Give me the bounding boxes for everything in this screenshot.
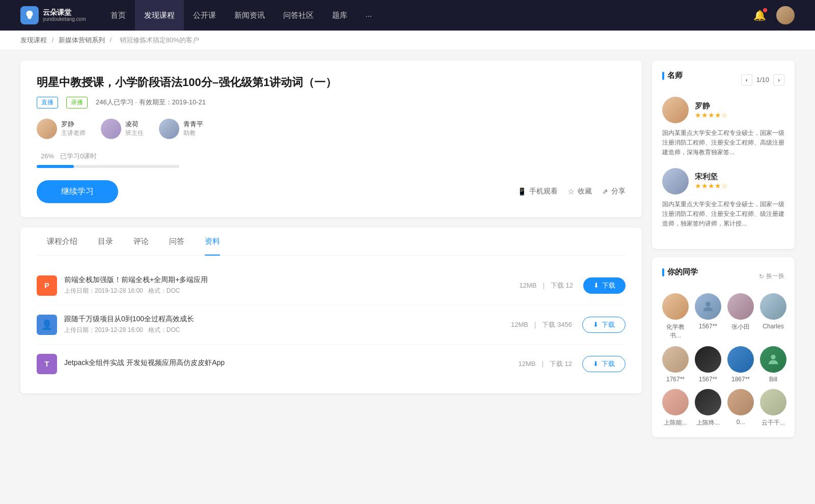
- classmate-8: Bill: [760, 346, 786, 383]
- continue-button[interactable]: 继续学习: [37, 180, 118, 203]
- file-info-1: 前端全栈加强版！前端全栈+全周期+多端应用 上传日期：2019-12-28 16…: [64, 275, 520, 295]
- nav-item-news[interactable]: 新闻资讯: [225, 0, 274, 31]
- classmate-avatar-7: [727, 346, 754, 373]
- file-icon-2: 👤: [37, 315, 57, 335]
- action-links: 📱 手机观看 ☆ 收藏 ⇗ 分享: [518, 187, 626, 196]
- classmate-11: 0...: [727, 389, 754, 427]
- teachers-row: 罗静 主讲老师 凌荷 班主任 青青平 助教: [37, 119, 626, 139]
- teacher-card-2: 宋利坚 ★★★★☆ 国内某重点大学安全工程专业硕士，国家一级注册消防工程师、注册…: [662, 168, 784, 229]
- tab-review[interactable]: 评论: [123, 228, 159, 256]
- teachers-sidebar-card: 名师 ‹ 1/10 › 罗静 ★★★★☆ 国内某重点大学安全工程专业硕士，国: [652, 61, 795, 249]
- breadcrumb-current: 销冠修炼术搞定80%的客户: [120, 36, 199, 44]
- download-button-1[interactable]: ⬇ 下载: [583, 277, 626, 294]
- teacher-item-3: 青青平 助教: [159, 119, 203, 139]
- progress-section: 26% 已学习0课时: [37, 151, 626, 168]
- breadcrumb-discover[interactable]: 发现课程: [20, 36, 47, 44]
- tab-catalog[interactable]: 目录: [88, 228, 123, 256]
- classmate-name-7: 1867**: [731, 376, 750, 383]
- course-meta-text: 246人已学习 · 有效期至：2019-10-21: [96, 98, 206, 107]
- sidebar-area: 名师 ‹ 1/10 › 罗静 ★★★★☆ 国内某重点大学安全工程专业硕士，国: [652, 61, 795, 445]
- classmate-avatar-10: [695, 389, 721, 415]
- download-button-3[interactable]: ⬇ 下载: [582, 356, 626, 372]
- course-title: 明星中教授课，小学阶段语法100分–强化级第1讲动词（一）: [37, 75, 626, 91]
- download-icon-2: ⬇: [593, 321, 599, 328]
- user-avatar[interactable]: [776, 6, 795, 24]
- collect-link[interactable]: ☆ 收藏: [568, 187, 592, 196]
- course-meta: 直播 录播 246人已学习 · 有效期至：2019-10-21: [37, 97, 626, 108]
- nav-item-qa[interactable]: 问答社区: [274, 0, 323, 31]
- classmate-avatar-12: [760, 389, 786, 415]
- content-area: 明星中教授课，小学阶段语法100分–强化级第1讲动词（一） 直播 录播 246人…: [20, 61, 642, 445]
- refresh-classmates-btn[interactable]: ↻ 换一换: [759, 272, 784, 281]
- classmate-avatar-1: [662, 293, 689, 320]
- badge-record: 录播: [66, 97, 88, 108]
- classmate-avatar-8: [760, 346, 786, 373]
- teacher-role-3: 助教: [183, 129, 203, 137]
- file-name-2: 跟随千万级项目从0到100全过程高效成长: [64, 315, 511, 324]
- teacher-role-2: 班主任: [125, 129, 144, 137]
- classmate-avatar-5: [662, 346, 689, 373]
- classmate-name-1: 化学教书...: [662, 323, 689, 340]
- classmate-name-5: 1767**: [666, 376, 685, 383]
- file-name-1: 前端全栈加强版！前端全栈+全周期+多端应用: [64, 275, 520, 285]
- classmate-7: 1867**: [727, 346, 754, 383]
- star-icon: ☆: [568, 187, 575, 195]
- classmate-name-2: 1567**: [699, 323, 717, 330]
- teacher-card-avatar-1: [662, 97, 689, 123]
- svg-rect-0: [28, 18, 31, 19]
- tabs-header: 课程介绍 目录 评论 问答 资料: [37, 228, 626, 256]
- nav-item-more[interactable]: ···: [357, 0, 382, 31]
- file-info-3: Jetpack全组件实战 开发短视频应用高仿皮皮虾App: [64, 358, 519, 370]
- logo[interactable]: 云朵课堂 yundouketang.com: [20, 6, 86, 24]
- mobile-watch-link[interactable]: 📱 手机观看: [518, 187, 558, 196]
- main-container: 明星中教授课，小学阶段语法100分–强化级第1讲动词（一） 直播 录播 246人…: [0, 50, 815, 456]
- teacher-name-1: 罗静: [61, 120, 86, 129]
- download-button-2[interactable]: ⬇ 下载: [582, 317, 626, 333]
- mobile-icon: 📱: [518, 187, 526, 195]
- teacher-item-2: 凌荷 班主任: [101, 119, 144, 139]
- teachers-prev-btn[interactable]: ‹: [741, 74, 752, 86]
- nav-item-home[interactable]: 首页: [101, 0, 135, 31]
- tab-qa[interactable]: 问答: [159, 228, 195, 256]
- teacher-card-avatar-2: [662, 168, 689, 194]
- teacher-avatar-3: [159, 119, 179, 139]
- teacher-avatar-1: [37, 119, 57, 139]
- classmate-avatar-6: [695, 346, 721, 373]
- classmate-name-6: 1567**: [699, 376, 717, 383]
- teachers-page: 1/10: [756, 76, 769, 83]
- classmate-name-9: 上陈能...: [664, 418, 687, 427]
- file-meta-1: 上传日期：2019-12-28 16:00 格式：DOC: [64, 287, 520, 295]
- teacher-card-name-1: 罗静: [695, 101, 728, 111]
- tab-intro[interactable]: 课程介绍: [37, 228, 88, 256]
- classmate-1: 化学教书...: [662, 293, 689, 340]
- classmate-10: 上陈终...: [695, 389, 721, 427]
- teachers-sidebar-title: 名师: [662, 71, 683, 80]
- classmate-avatar-11: [727, 389, 754, 415]
- teacher-card-desc-2: 国内某重点大学安全工程专业硕士，国家一级注册消防工程师、注册安全工程师、级注册建…: [662, 200, 784, 229]
- share-link[interactable]: ⇗ 分享: [602, 187, 626, 196]
- classmate-12: 云干千...: [760, 389, 786, 427]
- nav-item-open[interactable]: 公开课: [184, 0, 225, 31]
- file-item-1: P 前端全栈加强版！前端全栈+全周期+多端应用 上传日期：2019-12-28 …: [37, 266, 626, 305]
- breadcrumb-series[interactable]: 新媒体营销系列: [59, 36, 105, 44]
- classmate-6: 1567**: [695, 346, 721, 383]
- nav-item-discover[interactable]: 发现课程: [135, 0, 184, 31]
- teacher-role-1: 主讲老师: [61, 129, 86, 137]
- progress-bar-fill: [37, 165, 74, 168]
- bell-icon[interactable]: 🔔: [753, 9, 766, 21]
- teachers-next-btn[interactable]: ›: [773, 74, 784, 86]
- notification-dot: [763, 8, 767, 12]
- tab-materials[interactable]: 资料: [195, 228, 230, 256]
- teachers-pagination: ‹ 1/10 ›: [741, 74, 784, 86]
- file-icon-1: P: [37, 275, 57, 296]
- badge-live: 直播: [37, 97, 58, 108]
- logo-icon: [20, 6, 39, 24]
- classmate-avatar-4: [760, 293, 786, 320]
- nav-items: 首页 发现课程 公开课 新闻资讯 问答社区 题库 ···: [101, 0, 753, 31]
- file-item-2: 👤 跟随千万级项目从0到100全过程高效成长 上传日期：2019-12-28 1…: [37, 305, 626, 345]
- classmate-avatar-9: [662, 389, 689, 415]
- file-info-2: 跟随千万级项目从0到100全过程高效成长 上传日期：2019-12-28 16:…: [64, 315, 511, 334]
- classmate-name-11: 0...: [737, 418, 745, 426]
- classmate-4: Charles: [760, 293, 786, 340]
- nav-item-exam[interactable]: 题库: [323, 0, 357, 31]
